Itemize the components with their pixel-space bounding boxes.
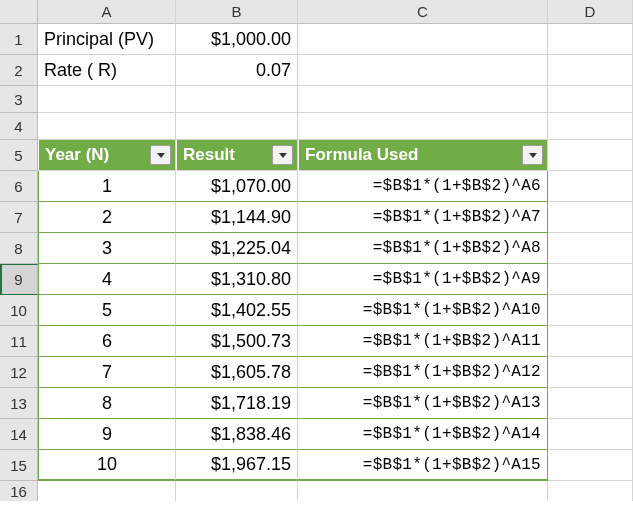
cell-b11[interactable]: $1,500.73 — [176, 326, 298, 357]
cell-d8[interactable] — [548, 233, 633, 264]
cell-c11[interactable]: =$B$1*(1+$B$2)^A11 — [298, 326, 548, 357]
row-header-15[interactable]: 15 — [0, 450, 38, 481]
cell-b10[interactable]: $1,402.55 — [176, 295, 298, 326]
cell-a11[interactable]: 6 — [38, 326, 176, 357]
cell-a14[interactable]: 9 — [38, 419, 176, 450]
row-header-11[interactable]: 11 — [0, 326, 38, 357]
cell-c7[interactable]: =$B$1*(1+$B$2)^A7 — [298, 202, 548, 233]
cell-c9[interactable]: =$B$1*(1+$B$2)^A9 — [298, 264, 548, 295]
row-9: 9 4 $1,310.80 =$B$1*(1+$B$2)^A9 — [0, 264, 633, 295]
cell-d10[interactable] — [548, 295, 633, 326]
row-header-1[interactable]: 1 — [0, 24, 38, 55]
cell-c8[interactable]: =$B$1*(1+$B$2)^A8 — [298, 233, 548, 264]
cell-a1[interactable]: Principal (PV) — [38, 24, 176, 55]
cell-b8[interactable]: $1,225.04 — [176, 233, 298, 264]
row-header-10[interactable]: 10 — [0, 295, 38, 326]
cell-a10[interactable]: 5 — [38, 295, 176, 326]
row-header-2[interactable]: 2 — [0, 55, 38, 86]
cell-d14[interactable] — [548, 419, 633, 450]
cell-c10[interactable]: =$B$1*(1+$B$2)^A10 — [298, 295, 548, 326]
row-header-14[interactable]: 14 — [0, 419, 38, 450]
column-header-row: A B C D — [0, 0, 633, 24]
filter-button-year[interactable] — [150, 145, 171, 165]
table-header-result[interactable]: Result — [176, 140, 298, 171]
filter-button-result[interactable] — [272, 145, 293, 165]
cell-a7[interactable]: 2 — [38, 202, 176, 233]
table-header-formula[interactable]: Formula Used — [298, 140, 548, 171]
cell-b12[interactable]: $1,605.78 — [176, 357, 298, 388]
row-7: 7 2 $1,144.90 =$B$1*(1+$B$2)^A7 — [0, 202, 633, 233]
cell-b7[interactable]: $1,144.90 — [176, 202, 298, 233]
select-all-corner[interactable] — [0, 0, 38, 24]
row-header-4[interactable]: 4 — [0, 113, 38, 140]
column-header-a[interactable]: A — [38, 0, 176, 24]
cell-b3[interactable] — [176, 86, 298, 113]
cell-a4[interactable] — [38, 113, 176, 140]
column-header-c[interactable]: C — [298, 0, 548, 24]
cell-a8[interactable]: 3 — [38, 233, 176, 264]
cell-a13[interactable]: 8 — [38, 388, 176, 419]
cell-d2[interactable] — [548, 55, 633, 86]
cell-c1[interactable] — [298, 24, 548, 55]
cell-d3[interactable] — [548, 86, 633, 113]
row-header-8[interactable]: 8 — [0, 233, 38, 264]
chevron-down-icon — [279, 153, 287, 158]
row-13: 13 8 $1,718.19 =$B$1*(1+$B$2)^A13 — [0, 388, 633, 419]
table-header-result-label: Result — [183, 145, 235, 165]
cell-d12[interactable] — [548, 357, 633, 388]
row-16: 16 — [0, 481, 633, 501]
cell-a3[interactable] — [38, 86, 176, 113]
table-header-year[interactable]: Year (N) — [38, 140, 176, 171]
row-header-3[interactable]: 3 — [0, 86, 38, 113]
row-2: 2 Rate ( R) 0.07 — [0, 55, 633, 86]
cell-d13[interactable] — [548, 388, 633, 419]
column-header-b[interactable]: B — [176, 0, 298, 24]
row-8: 8 3 $1,225.04 =$B$1*(1+$B$2)^A8 — [0, 233, 633, 264]
cell-a9[interactable]: 4 — [38, 264, 176, 295]
cell-b2[interactable]: 0.07 — [176, 55, 298, 86]
cell-d7[interactable] — [548, 202, 633, 233]
row-header-13[interactable]: 13 — [0, 388, 38, 419]
cell-b15[interactable]: $1,967.15 — [176, 450, 298, 481]
cell-d15[interactable] — [548, 450, 633, 481]
cell-b16[interactable] — [176, 481, 298, 501]
cell-d9[interactable] — [548, 264, 633, 295]
cell-c4[interactable] — [298, 113, 548, 140]
cell-b9[interactable]: $1,310.80 — [176, 264, 298, 295]
cell-c3[interactable] — [298, 86, 548, 113]
cell-d16[interactable] — [548, 481, 633, 501]
chevron-down-icon — [529, 153, 537, 158]
cell-d5[interactable] — [548, 140, 633, 171]
cell-c15[interactable]: =$B$1*(1+$B$2)^A15 — [298, 450, 548, 481]
cell-b4[interactable] — [176, 113, 298, 140]
cell-b14[interactable]: $1,838.46 — [176, 419, 298, 450]
row-header-6[interactable]: 6 — [0, 171, 38, 202]
cell-c13[interactable]: =$B$1*(1+$B$2)^A13 — [298, 388, 548, 419]
row-1: 1 Principal (PV) $1,000.00 — [0, 24, 633, 55]
column-header-d[interactable]: D — [548, 0, 633, 24]
cell-c6[interactable]: =$B$1*(1+$B$2)^A6 — [298, 171, 548, 202]
cell-b13[interactable]: $1,718.19 — [176, 388, 298, 419]
row-header-16[interactable]: 16 — [0, 481, 38, 501]
cell-a15[interactable]: 10 — [38, 450, 176, 481]
cell-d6[interactable] — [548, 171, 633, 202]
cell-d1[interactable] — [548, 24, 633, 55]
cell-a16[interactable] — [38, 481, 176, 501]
cell-a2[interactable]: Rate ( R) — [38, 55, 176, 86]
cell-b6[interactable]: $1,070.00 — [176, 171, 298, 202]
cell-a12[interactable]: 7 — [38, 357, 176, 388]
cell-b1[interactable]: $1,000.00 — [176, 24, 298, 55]
cell-c16[interactable] — [298, 481, 548, 501]
cell-d11[interactable] — [548, 326, 633, 357]
filter-button-formula[interactable] — [522, 145, 543, 165]
cell-c14[interactable]: =$B$1*(1+$B$2)^A14 — [298, 419, 548, 450]
row-header-7[interactable]: 7 — [0, 202, 38, 233]
row-header-9[interactable]: 9 — [0, 264, 38, 295]
row-header-12[interactable]: 12 — [0, 357, 38, 388]
cell-c2[interactable] — [298, 55, 548, 86]
row-header-5[interactable]: 5 — [0, 140, 38, 171]
row-4: 4 — [0, 113, 633, 140]
cell-a6[interactable]: 1 — [38, 171, 176, 202]
cell-d4[interactable] — [548, 113, 633, 140]
cell-c12[interactable]: =$B$1*(1+$B$2)^A12 — [298, 357, 548, 388]
